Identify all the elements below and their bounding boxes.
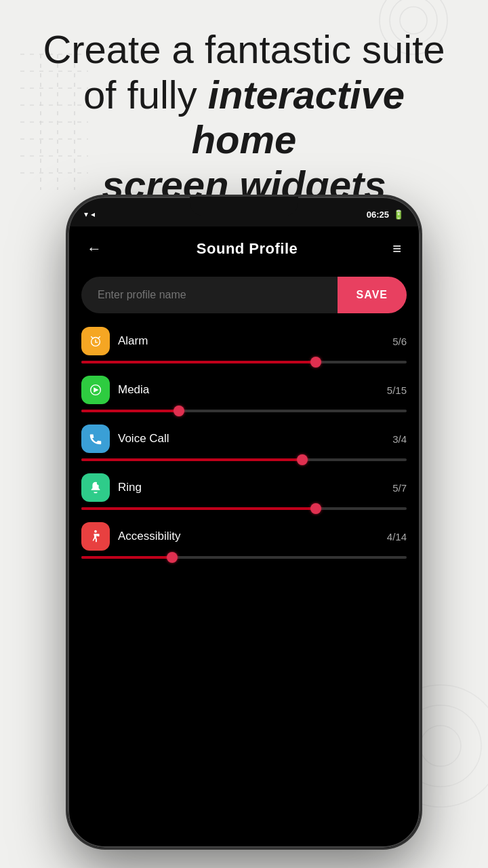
sound-value-2: 3/4	[392, 433, 407, 445]
app-bar-title: Sound Profile	[197, 240, 298, 258]
sound-item-left-4: Accessibility	[81, 522, 181, 551]
slider-fill-3	[81, 507, 316, 510]
sound-item-accessibility: Accessibility 4/14	[81, 522, 407, 559]
wifi-icon: ▾	[84, 210, 88, 219]
headline-line1: Create a fantastic suite	[43, 27, 445, 71]
sound-icon-ring	[81, 473, 110, 502]
sound-item-alarm: Alarm 5/6	[81, 327, 407, 363]
svg-point-23	[97, 481, 101, 486]
slider-thumb-0[interactable]	[310, 357, 321, 368]
headline-line2: of fully interactive home	[83, 73, 405, 162]
sound-value-1: 5/15	[387, 384, 407, 396]
slider-fill-4	[81, 556, 172, 559]
sound-name-4: Accessibility	[118, 530, 181, 543]
sound-icon-alarm	[81, 327, 110, 355]
sound-item-left-1: Media	[81, 376, 149, 404]
menu-button[interactable]: ≡	[390, 237, 404, 260]
sound-name-0: Alarm	[118, 334, 148, 348]
sound-item-left-2: Voice Call	[81, 425, 169, 453]
svg-line-20	[92, 337, 94, 339]
status-left: ▾ ◂	[84, 210, 95, 219]
svg-point-24	[94, 530, 97, 533]
phone-notch	[190, 197, 298, 216]
slider-thumb-4[interactable]	[167, 552, 178, 563]
sound-name-1: Media	[118, 383, 149, 397]
slider-fill-0	[81, 361, 316, 363]
sound-item-ring: Ring 5/7	[81, 473, 407, 510]
sound-name-3: Ring	[118, 481, 142, 494]
profile-name-input[interactable]	[81, 277, 338, 313]
sound-item-header-1: Media 5/15	[81, 376, 407, 404]
sound-item-header-2: Voice Call 3/4	[81, 425, 407, 453]
sound-icon-access	[81, 522, 110, 551]
slider-thumb-1[interactable]	[174, 406, 184, 416]
sound-item-left-0: Alarm	[81, 327, 148, 355]
sound-value-0: 5/6	[392, 336, 407, 347]
save-button[interactable]: SAVE	[338, 277, 407, 313]
headline: Create a fantastic suite of fully intera…	[0, 27, 488, 208]
slider-thumb-2[interactable]	[297, 454, 308, 465]
slider-track-2[interactable]	[81, 458, 407, 461]
svg-point-16	[420, 726, 461, 766]
status-right: 06:25 🔋	[367, 210, 404, 220]
sound-item-media: Media 5/15	[81, 376, 407, 412]
signal-icon: ◂	[91, 210, 95, 219]
sound-item-header-3: Ring 5/7	[81, 473, 407, 502]
sound-icon-media	[81, 376, 110, 404]
slider-fill-1	[81, 410, 179, 412]
svg-line-21	[98, 337, 100, 339]
sound-name-2: Voice Call	[118, 432, 169, 446]
sound-value-3: 5/7	[392, 482, 407, 494]
app-screen: ← Sound Profile ≡ SAVE Alarm	[68, 226, 420, 848]
sound-item-header-4: Accessibility 4/14	[81, 522, 407, 551]
sound-item-voice-call: Voice Call 3/4	[81, 425, 407, 461]
slider-track-1[interactable]	[81, 410, 407, 412]
sound-icon-call	[81, 425, 110, 453]
slider-track-3[interactable]	[81, 507, 407, 510]
sound-value-4: 4/14	[387, 531, 407, 542]
slider-thumb-3[interactable]	[310, 503, 321, 514]
app-bar: ← Sound Profile ≡	[68, 226, 420, 271]
slider-track-4[interactable]	[81, 556, 407, 559]
profile-input-row: SAVE	[81, 277, 407, 313]
sound-list: Alarm 5/6 Media 5/15	[68, 327, 420, 559]
phone-frame: ▾ ◂ 06:25 🔋 ← Sound Profile ≡ SAVE	[68, 197, 420, 848]
slider-fill-2	[81, 458, 302, 461]
battery-icon: 🔋	[393, 210, 404, 220]
sound-item-header-0: Alarm 5/6	[81, 327, 407, 355]
back-button[interactable]: ←	[84, 237, 104, 260]
sound-item-left-3: Ring	[81, 473, 142, 502]
slider-track-0[interactable]	[81, 361, 407, 363]
time-display: 06:25	[367, 210, 389, 220]
